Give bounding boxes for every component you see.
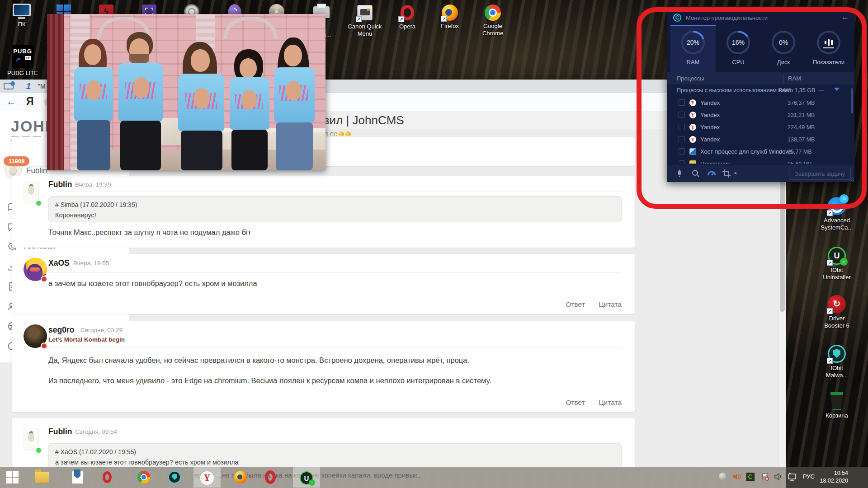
audience-person	[69, 39, 118, 170]
quote-header: # XaOS (17.02.2020 / 19:55)	[55, 448, 615, 455]
taskbar-opera[interactable]	[103, 470, 112, 483]
audience-person	[269, 38, 319, 170]
post-card: Fublin Вчера, 19:39 # Simba (17.02.2020 …	[12, 176, 635, 248]
red-highlight-box	[637, 7, 867, 209]
channel-one-favicon: 1	[26, 82, 35, 91]
chrome-label-line2: Chrome	[482, 30, 503, 37]
taskbar-file-explorer[interactable]	[35, 470, 49, 483]
audience-person	[175, 42, 229, 170]
post-time: Вчера, 19:55	[73, 260, 109, 267]
taskbar-iobit-malware-fighter[interactable]	[168, 470, 181, 483]
firefox-icon: ↗	[442, 5, 458, 21]
desktop-icon-recycle-bin[interactable]: Корзина	[820, 392, 854, 419]
tray-speaker-orange-icon[interactable]	[732, 473, 741, 481]
post-card: seg0ro Сегодня, 03:29 Let's Mortal Komba…	[12, 321, 635, 412]
tray-hidden-icons[interactable]	[719, 473, 726, 480]
desktop-icon-chrome[interactable]: GoogleChrome	[476, 5, 510, 37]
driver-booster-icon: ↻↗	[828, 295, 846, 313]
post-time: Вчера, 19:39	[75, 181, 111, 188]
post-card: XaOS Вчера, 19:55 а зачем вы юзаете этот…	[12, 254, 635, 314]
post-body: Из последнего, что меня удивило - это Ed…	[48, 376, 622, 385]
audience-person	[115, 32, 167, 170]
online-status-icon	[41, 343, 47, 349]
desktop-icon-opera[interactable]: ↗ Opera	[390, 5, 425, 30]
chrome-icon	[485, 5, 501, 21]
tab-preview-icon[interactable]	[4, 83, 14, 89]
desktop-icon-driver-booster[interactable]: ↻↗ DriverBooster 6	[820, 295, 854, 329]
canon-quick-menu-icon: ★↗	[357, 5, 373, 21]
iobit-uninstaller-icon: U↑↗	[828, 247, 846, 265]
chrome-label-line1: Google	[483, 23, 502, 29]
video-overlay[interactable]	[47, 14, 326, 170]
post-card: Fublin Сегодня, 09:54 # XaOS (17.02.2020…	[12, 418, 635, 467]
quote-header: # Simba (17.02.2020 / 19:35)	[55, 201, 615, 208]
pubg-lite-label: PUBG LITE	[5, 70, 40, 77]
quote-block: # XaOS (17.02.2020 / 19:55) а зачем вы ю…	[48, 443, 622, 467]
post-body: Да, Яндекс был сначала удобен, но сейчас…	[48, 356, 622, 365]
post-signature: Let's Mortal Kombat begin	[48, 336, 125, 343]
opera-icon: ↗	[399, 5, 415, 21]
online-status-icon	[35, 200, 42, 206]
desktop-icon-this-pc[interactable]: ПК	[5, 4, 39, 28]
opera-label: Opera	[390, 23, 425, 30]
clock-time: 10:54	[820, 469, 848, 477]
clock-date: 18.02.2020	[820, 477, 848, 485]
canon-label-line1: Canon Quick	[348, 23, 382, 30]
desktop-icon-canon-quick-menu[interactable]: ★↗ Canon QuickMenu	[348, 5, 382, 38]
desktop-screen: ПК ϟ on0 seri... ★↗ Canon QuickMenu ↗ Op…	[0, 0, 868, 488]
pubg-lite-icon: PUBG TE↗	[12, 45, 33, 68]
quote-block: # Simba (17.02.2020 / 19:35) Коронавирус…	[48, 196, 622, 222]
avatar[interactable]	[24, 428, 39, 450]
quote-body: а зачем вы юзаете этот говнобраузер? ест…	[55, 459, 615, 466]
post-author[interactable]: Fublin	[48, 180, 72, 189]
this-pc-icon	[5, 4, 39, 19]
emoji-icon	[339, 131, 344, 136]
stage-curtain	[47, 14, 64, 170]
taskbar-chrome[interactable]	[137, 470, 150, 483]
desktop-icon-iobit-uninstaller[interactable]: U↑↗ IObitUninstaller	[820, 247, 854, 281]
clock[interactable]: 10:54 18.02.2020	[820, 469, 848, 485]
post-author[interactable]: XaOS	[48, 258, 70, 268]
firefox-label: Firefox	[433, 23, 467, 30]
taskbar-iobit-uninstaller-active[interactable]: U↑	[292, 467, 321, 488]
show-desktop-button[interactable]	[865, 467, 868, 488]
quote-link[interactable]: Цитата	[599, 300, 622, 308]
recycle-bin-icon	[820, 392, 854, 410]
start-button[interactable]	[6, 471, 19, 483]
taskbar-document-app[interactable]	[72, 470, 84, 484]
taskbar-opera-2[interactable]	[265, 470, 276, 484]
this-pc-label: ПК	[5, 21, 39, 28]
iobit-malware-fighter-icon: ↗	[828, 345, 846, 363]
sidebar-username[interactable]: Fublin	[26, 166, 47, 175]
tray-nvidia-icon[interactable]	[746, 473, 755, 481]
notification-count-badge: 11908	[4, 156, 29, 166]
tray-volume-icon[interactable]	[774, 473, 783, 481]
taskbar-yandex-browser-active[interactable]: Y	[193, 467, 221, 488]
post-author[interactable]: Fublin	[48, 427, 72, 436]
desktop-icon-iobit-malware-fighter[interactable]: ↗ IObitMalwa...	[820, 345, 854, 379]
audience-person	[227, 49, 272, 170]
desktop-icon-pubg-lite[interactable]: PUBG TE↗ PUBG LITE	[5, 45, 40, 77]
quote-body: Коронавирус!	[55, 211, 615, 219]
post-author[interactable]: seg0ro	[48, 325, 74, 335]
desktop-icon-firefox[interactable]: ↗ Firefox	[433, 5, 467, 30]
post-body: а зачем вы юзаете этот говнобраузер? ест…	[48, 279, 622, 288]
quote-link[interactable]: Цитата	[599, 399, 622, 406]
canon-label-line2: Menu	[358, 30, 373, 37]
back-button[interactable]: ←	[6, 96, 16, 108]
online-status-icon	[35, 447, 42, 454]
post-time: Сегодня, 09:54	[75, 428, 117, 435]
emoji-icon	[345, 131, 351, 136]
reply-link[interactable]: Ответ	[566, 399, 585, 406]
tray-flag-icon[interactable]	[761, 473, 770, 481]
online-status-icon	[41, 276, 47, 282]
active-tab-title[interactable]: "М	[38, 83, 46, 90]
language-indicator[interactable]: РУС	[803, 473, 815, 480]
yandex-browser-icon[interactable]: Я	[26, 95, 34, 108]
reply-link[interactable]: Ответ	[566, 300, 585, 308]
post-time: Сегодня, 03:29	[80, 327, 123, 333]
tray-network-icon[interactable]	[788, 472, 797, 481]
avatar[interactable]	[24, 181, 39, 202]
taskbar: ерва у ...ня там была ка...ка на которую…	[0, 467, 868, 488]
taskbar-firefox[interactable]	[234, 470, 247, 483]
